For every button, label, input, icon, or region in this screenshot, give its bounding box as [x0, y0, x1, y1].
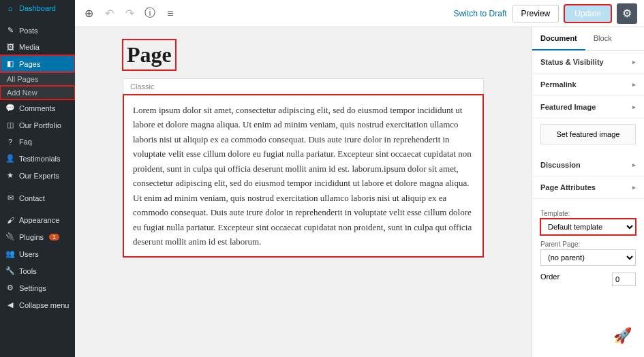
settings-panel: Document Block Status & Visibility Perma…: [532, 27, 644, 357]
mail-icon: ✉: [5, 193, 15, 202]
portfolio-icon: ◫: [5, 121, 15, 129]
sidebar-item-comments[interactable]: 💬Comments: [0, 99, 75, 117]
classic-block-content[interactable]: Lorem ipsum dolor sit amet, consectetur …: [123, 95, 483, 257]
sidebar-item-plugins[interactable]: 🔌Plugins1: [0, 228, 75, 245]
tab-document[interactable]: Document: [532, 27, 585, 50]
settings-button[interactable]: ⚙: [617, 3, 637, 24]
undo-icon[interactable]: ↶: [102, 7, 116, 20]
collapse-icon: ◀: [5, 300, 15, 309]
sidebar-sub-add-new[interactable]: Add New: [0, 86, 75, 99]
pin-icon: ✎: [5, 26, 15, 35]
user-icon: 👤: [5, 154, 15, 163]
section-page-attributes[interactable]: Page Attributes: [532, 176, 644, 199]
media-icon: 🖾: [5, 43, 15, 51]
switch-to-draft-link[interactable]: Switch to Draft: [454, 9, 507, 18]
order-label: Order: [540, 273, 559, 281]
update-button[interactable]: Update: [564, 5, 611, 22]
editor-canvas: Page Classic Lorem ipsum dolor sit amet,…: [75, 27, 532, 357]
outline-icon[interactable]: ≡: [164, 7, 177, 20]
page-title[interactable]: Page: [123, 40, 176, 70]
sidebar-sub-all-pages[interactable]: All Pages: [0, 72, 75, 86]
sidebar-item-experts[interactable]: ★Our Experts: [0, 167, 75, 184]
help-icon: ?: [5, 138, 15, 146]
section-discussion[interactable]: Discussion: [532, 154, 644, 176]
template-select[interactable]: Default template: [540, 219, 636, 235]
sidebar-item-dashboard[interactable]: ⌂Dashboard: [0, 0, 75, 16]
plugin-icon: 🔌: [5, 232, 15, 241]
settings-icon: ⚙: [5, 283, 15, 292]
sidebar-item-posts[interactable]: ✎Posts: [0, 22, 75, 39]
sidebar-item-users[interactable]: 👥Users: [0, 245, 75, 262]
brush-icon: 🖌: [5, 216, 15, 224]
scroll-top-icon[interactable]: 🚀: [613, 327, 632, 345]
star-icon: ★: [5, 171, 15, 180]
sidebar-item-faq[interactable]: ?Faq: [0, 134, 75, 150]
users-icon: 👥: [5, 249, 15, 258]
order-input[interactable]: [612, 273, 636, 286]
sidebar-item-tools[interactable]: 🔧Tools: [0, 262, 75, 279]
set-featured-image-button[interactable]: Set featured image: [540, 124, 636, 144]
sidebar-item-pages[interactable]: ◧Pages: [0, 55, 75, 72]
sidebar-collapse[interactable]: ◀Collapse menu: [0, 296, 75, 313]
sidebar-item-testimonials[interactable]: 👤Testimonials: [0, 150, 75, 167]
section-status[interactable]: Status & Visibility: [532, 51, 644, 74]
sidebar-item-media[interactable]: 🖾Media: [0, 39, 75, 55]
info-icon[interactable]: ⓘ: [143, 7, 157, 20]
section-featured-image[interactable]: Featured Image: [532, 96, 644, 119]
sidebar-item-contact[interactable]: ✉Contact: [0, 189, 75, 206]
pages-icon: ◧: [5, 59, 15, 68]
gear-icon: ⚙: [622, 7, 632, 20]
comment-icon: 💬: [5, 104, 15, 112]
redo-icon[interactable]: ↷: [123, 7, 136, 20]
parent-label: Parent Page:: [540, 240, 636, 248]
template-label: Template:: [540, 210, 636, 217]
parent-select[interactable]: (no parent): [540, 249, 636, 266]
section-permalink[interactable]: Permalink: [532, 74, 644, 96]
sidebar-item-settings[interactable]: ⚙Settings: [0, 279, 75, 296]
preview-button[interactable]: Preview: [512, 5, 559, 22]
plugin-badge: 1: [49, 234, 59, 240]
sidebar-item-portfolio[interactable]: ◫Our Portfolio: [0, 117, 75, 134]
editor-toolbar: ⊕ ↶ ↷ ⓘ ≡ Switch to Draft Preview Update…: [75, 0, 644, 27]
block-type-label: Classic: [123, 79, 483, 95]
wrench-icon: 🔧: [5, 266, 15, 275]
sidebar-item-appearance[interactable]: 🖌Appearance: [0, 212, 75, 228]
tab-block[interactable]: Block: [585, 27, 620, 50]
admin-sidebar: ⌂Dashboard ✎Posts 🖾Media ◧Pages All Page…: [0, 0, 75, 357]
home-icon: ⌂: [5, 4, 15, 12]
add-block-icon[interactable]: ⊕: [82, 7, 95, 20]
